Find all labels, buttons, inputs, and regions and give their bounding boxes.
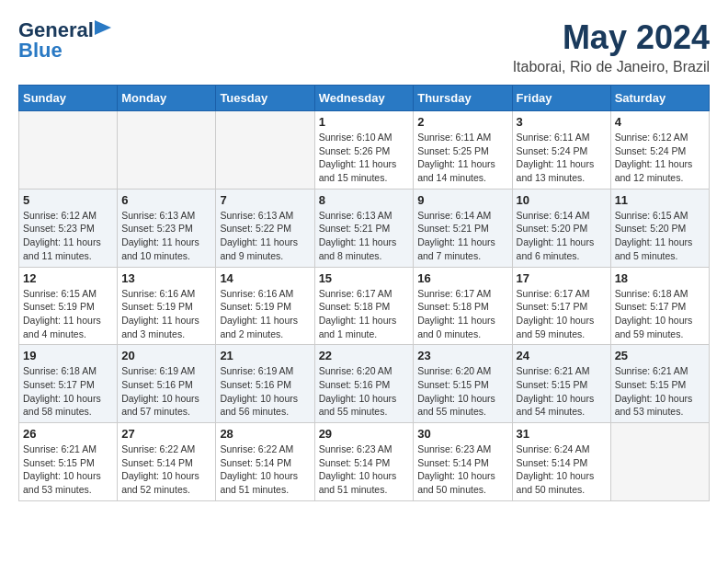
day-number: 13 — [121, 271, 211, 285]
day-number: 21 — [220, 349, 310, 362]
day-number: 22 — [319, 349, 410, 362]
day-info: Sunrise: 6:23 AM Sunset: 5:14 PM Dayligh… — [417, 442, 507, 497]
calendar-cell: 26Sunrise: 6:21 AM Sunset: 5:15 PM Dayli… — [19, 423, 118, 501]
calendar-cell: 18Sunrise: 6:18 AM Sunset: 5:17 PM Dayli… — [610, 267, 709, 345]
day-info: Sunrise: 6:14 AM Sunset: 5:21 PM Dayligh… — [417, 209, 507, 263]
calendar-cell — [19, 111, 118, 190]
day-number: 15 — [319, 271, 410, 285]
calendar-week-1: 1Sunrise: 6:10 AM Sunset: 5:26 PM Daylig… — [19, 111, 710, 190]
calendar-cell: 19Sunrise: 6:18 AM Sunset: 5:17 PM Dayli… — [19, 345, 118, 423]
calendar-cell: 7Sunrise: 6:13 AM Sunset: 5:22 PM Daylig… — [216, 189, 314, 267]
calendar-cell: 16Sunrise: 6:17 AM Sunset: 5:18 PM Dayli… — [414, 267, 512, 345]
day-info: Sunrise: 6:19 AM Sunset: 5:16 PM Dayligh… — [220, 364, 310, 419]
title-section: May 2024 Itaborai, Rio de Janeiro, Brazi… — [513, 18, 710, 75]
day-number: 18 — [615, 271, 705, 285]
calendar-cell: 25Sunrise: 6:21 AM Sunset: 5:15 PM Dayli… — [610, 345, 709, 423]
day-info: Sunrise: 6:20 AM Sunset: 5:15 PM Dayligh… — [417, 364, 507, 419]
day-info: Sunrise: 6:14 AM Sunset: 5:20 PM Dayligh… — [517, 209, 607, 263]
day-number: 8 — [319, 193, 410, 207]
weekday-header-wednesday: Wednesday — [314, 86, 414, 111]
calendar-cell: 24Sunrise: 6:21 AM Sunset: 5:15 PM Dayli… — [512, 345, 610, 423]
day-info: Sunrise: 6:22 AM Sunset: 5:14 PM Dayligh… — [220, 442, 310, 497]
calendar-week-5: 26Sunrise: 6:21 AM Sunset: 5:15 PM Dayli… — [19, 423, 710, 501]
logo-flag-icon — [95, 20, 111, 40]
day-info: Sunrise: 6:13 AM Sunset: 5:23 PM Dayligh… — [121, 209, 211, 263]
day-info: Sunrise: 6:21 AM Sunset: 5:15 PM Dayligh… — [517, 364, 607, 419]
day-info: Sunrise: 6:15 AM Sunset: 5:20 PM Dayligh… — [615, 209, 705, 263]
weekday-header-thursday: Thursday — [414, 86, 512, 111]
day-number: 27 — [121, 427, 211, 441]
day-info: Sunrise: 6:17 AM Sunset: 5:17 PM Dayligh… — [517, 287, 607, 341]
day-info: Sunrise: 6:12 AM Sunset: 5:24 PM Dayligh… — [615, 131, 705, 185]
weekday-header-row: SundayMondayTuesdayWednesdayThursdayFrid… — [19, 86, 710, 111]
day-number: 7 — [220, 193, 310, 207]
page-header: General Blue May 2024 Itaborai, Rio de J… — [18, 18, 710, 75]
weekday-header-friday: Friday — [512, 86, 610, 111]
day-number: 14 — [220, 271, 310, 285]
day-number: 5 — [23, 193, 113, 207]
day-info: Sunrise: 6:11 AM Sunset: 5:24 PM Dayligh… — [517, 131, 607, 185]
day-info: Sunrise: 6:20 AM Sunset: 5:16 PM Dayligh… — [319, 364, 410, 419]
day-number: 1 — [319, 115, 410, 129]
day-number: 16 — [417, 271, 507, 285]
calendar-cell: 15Sunrise: 6:17 AM Sunset: 5:18 PM Dayli… — [314, 267, 414, 345]
page-title: May 2024 — [513, 18, 710, 57]
calendar-cell: 4Sunrise: 6:12 AM Sunset: 5:24 PM Daylig… — [610, 111, 709, 190]
day-info: Sunrise: 6:19 AM Sunset: 5:16 PM Dayligh… — [121, 364, 211, 419]
calendar-cell: 3Sunrise: 6:11 AM Sunset: 5:24 PM Daylig… — [512, 111, 610, 190]
day-info: Sunrise: 6:11 AM Sunset: 5:25 PM Dayligh… — [417, 131, 507, 185]
day-number: 29 — [319, 427, 410, 441]
day-number: 25 — [615, 349, 705, 362]
day-info: Sunrise: 6:10 AM Sunset: 5:26 PM Dayligh… — [319, 131, 410, 185]
day-info: Sunrise: 6:24 AM Sunset: 5:14 PM Dayligh… — [517, 442, 607, 497]
day-info: Sunrise: 6:22 AM Sunset: 5:14 PM Dayligh… — [121, 442, 211, 497]
day-info: Sunrise: 6:21 AM Sunset: 5:15 PM Dayligh… — [23, 442, 113, 497]
day-number: 23 — [417, 349, 507, 362]
calendar-cell: 5Sunrise: 6:12 AM Sunset: 5:23 PM Daylig… — [19, 189, 118, 267]
day-number: 31 — [517, 427, 607, 441]
day-number: 4 — [615, 115, 705, 129]
calendar-cell — [610, 423, 709, 501]
day-number: 10 — [517, 193, 607, 207]
calendar-cell: 6Sunrise: 6:13 AM Sunset: 5:23 PM Daylig… — [118, 189, 216, 267]
calendar-week-4: 19Sunrise: 6:18 AM Sunset: 5:17 PM Dayli… — [19, 345, 710, 423]
calendar-cell: 31Sunrise: 6:24 AM Sunset: 5:14 PM Dayli… — [512, 423, 610, 501]
day-number: 12 — [23, 271, 113, 285]
calendar-cell: 17Sunrise: 6:17 AM Sunset: 5:17 PM Dayli… — [512, 267, 610, 345]
calendar-cell: 23Sunrise: 6:20 AM Sunset: 5:15 PM Dayli… — [414, 345, 512, 423]
calendar-cell: 12Sunrise: 6:15 AM Sunset: 5:19 PM Dayli… — [19, 267, 118, 345]
page-subtitle: Itaborai, Rio de Janeiro, Brazil — [513, 59, 710, 75]
calendar-cell: 8Sunrise: 6:13 AM Sunset: 5:21 PM Daylig… — [314, 189, 414, 267]
calendar-cell: 13Sunrise: 6:16 AM Sunset: 5:19 PM Dayli… — [118, 267, 216, 345]
day-info: Sunrise: 6:15 AM Sunset: 5:19 PM Dayligh… — [23, 287, 113, 341]
day-number: 9 — [417, 193, 507, 207]
day-number: 24 — [517, 349, 607, 362]
weekday-header-saturday: Saturday — [610, 86, 709, 111]
calendar-cell: 14Sunrise: 6:16 AM Sunset: 5:19 PM Dayli… — [216, 267, 314, 345]
calendar-cell: 22Sunrise: 6:20 AM Sunset: 5:16 PM Dayli… — [314, 345, 414, 423]
calendar-table: SundayMondayTuesdayWednesdayThursdayFrid… — [18, 85, 710, 501]
day-number: 2 — [417, 115, 507, 129]
calendar-cell: 1Sunrise: 6:10 AM Sunset: 5:26 PM Daylig… — [314, 111, 414, 190]
calendar-cell: 20Sunrise: 6:19 AM Sunset: 5:16 PM Dayli… — [118, 345, 216, 423]
day-info: Sunrise: 6:21 AM Sunset: 5:15 PM Dayligh… — [615, 364, 705, 419]
calendar-cell: 28Sunrise: 6:22 AM Sunset: 5:14 PM Dayli… — [216, 423, 314, 501]
day-info: Sunrise: 6:17 AM Sunset: 5:18 PM Dayligh… — [319, 287, 410, 341]
day-number: 30 — [417, 427, 507, 441]
day-number: 17 — [517, 271, 607, 285]
day-info: Sunrise: 6:18 AM Sunset: 5:17 PM Dayligh… — [23, 364, 113, 419]
calendar-cell: 10Sunrise: 6:14 AM Sunset: 5:20 PM Dayli… — [512, 189, 610, 267]
day-info: Sunrise: 6:13 AM Sunset: 5:22 PM Dayligh… — [220, 209, 310, 263]
calendar-cell: 30Sunrise: 6:23 AM Sunset: 5:14 PM Dayli… — [414, 423, 512, 501]
calendar-cell: 9Sunrise: 6:14 AM Sunset: 5:21 PM Daylig… — [414, 189, 512, 267]
weekday-header-monday: Monday — [118, 86, 216, 111]
logo: General Blue — [18, 18, 112, 63]
day-number: 11 — [615, 193, 705, 207]
calendar-cell — [216, 111, 314, 190]
calendar-week-3: 12Sunrise: 6:15 AM Sunset: 5:19 PM Dayli… — [19, 267, 710, 345]
day-info: Sunrise: 6:12 AM Sunset: 5:23 PM Dayligh… — [23, 209, 113, 263]
day-info: Sunrise: 6:16 AM Sunset: 5:19 PM Dayligh… — [220, 287, 310, 341]
calendar-cell: 21Sunrise: 6:19 AM Sunset: 5:16 PM Dayli… — [216, 345, 314, 423]
day-info: Sunrise: 6:17 AM Sunset: 5:18 PM Dayligh… — [417, 287, 507, 341]
day-number: 20 — [121, 349, 211, 362]
